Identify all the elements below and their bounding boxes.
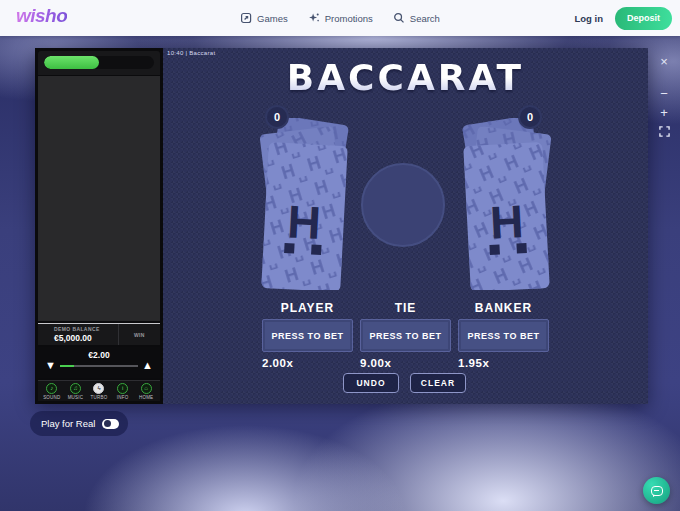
fullscreen-icon[interactable]	[655, 122, 673, 140]
site-logo[interactable]: wisho	[16, 5, 67, 27]
balance-value: €5,000.00	[54, 333, 118, 343]
turbo-icon: ϟ	[93, 383, 104, 394]
nav-item-promotions[interactable]: Promotions	[308, 12, 373, 24]
music-icon: ♫	[70, 383, 81, 394]
info-icon: i	[117, 383, 128, 394]
game-side-panel: DEMO BALANCE €5,000.00 WIN €2.00 ▼ ▲ ♪ S…	[35, 48, 163, 404]
sound-label: SOUND	[43, 395, 60, 400]
play-for-real-toggle[interactable]: Play for Real	[30, 411, 128, 436]
tie-multiplier: 9.00x	[360, 357, 451, 369]
panel-controls: ♪ SOUND ♫ MUSIC ϟ TURBO i INFO ⌂ HOME	[38, 380, 160, 401]
bet-spot-player: PLAYER PRESS TO BET 2.00x	[262, 48, 353, 369]
home-label: HOME	[139, 395, 153, 400]
bet-slider-fill	[60, 365, 74, 367]
chat-bubble-icon	[651, 486, 663, 496]
toggle-switch-icon	[102, 419, 119, 429]
bet-increase-button[interactable]: ▲	[142, 360, 153, 371]
nav-item-label: Search	[410, 13, 440, 24]
search-icon	[393, 12, 405, 24]
info-button[interactable]: i INFO	[113, 383, 133, 400]
bet-label-tie: TIE	[360, 301, 451, 315]
baccarat-table: 10:40 | Baccarat BACCARAT 0 0 H	[163, 48, 648, 404]
nav-account-area: Log in Deposit	[574, 0, 672, 36]
turbo-label: TURBO	[91, 395, 108, 400]
win-label: WIN	[134, 332, 145, 338]
game-window: DEMO BALANCE €5,000.00 WIN €2.00 ▼ ▲ ♪ S…	[35, 48, 648, 404]
nav-item-label: Games	[257, 13, 288, 24]
nav-item-label: Promotions	[325, 13, 373, 24]
nav-item-games[interactable]: Games	[240, 12, 288, 24]
press-to-bet-tie-button[interactable]: PRESS TO BET	[360, 319, 451, 352]
bet-decrease-button[interactable]: ▼	[45, 360, 56, 371]
sound-button[interactable]: ♪ SOUND	[42, 383, 62, 400]
sound-icon: ♪	[46, 383, 57, 394]
panel-display-area	[38, 76, 160, 321]
info-label: INFO	[117, 395, 129, 400]
nav-item-search[interactable]: Search	[393, 12, 440, 24]
music-label: MUSIC	[68, 395, 84, 400]
balance-strip: DEMO BALANCE €5,000.00 WIN	[38, 323, 160, 345]
zoom-out-icon[interactable]: −	[655, 84, 673, 102]
home-icon: ⌂	[141, 383, 152, 394]
login-link[interactable]: Log in	[574, 13, 603, 24]
zoom-in-icon[interactable]: +	[655, 103, 673, 121]
turbo-button[interactable]: ϟ TURBO	[89, 383, 109, 400]
balance-label: DEMO BALANCE	[54, 326, 118, 332]
live-chat-button[interactable]	[643, 477, 670, 504]
meter-fill	[44, 56, 99, 69]
home-button[interactable]: ⌂ HOME	[136, 383, 156, 400]
game-status-bar: 10:40 | Baccarat	[167, 50, 215, 56]
bet-slider[interactable]	[60, 365, 138, 367]
top-nav-bar: wisho Games Promotions	[0, 0, 680, 36]
press-to-bet-player-button[interactable]: PRESS TO BET	[262, 319, 353, 352]
undo-button[interactable]: UNDO	[343, 373, 399, 393]
bet-spot-banker: BANKER PRESS TO BET 1.95x	[458, 48, 549, 369]
play-for-real-label: Play for Real	[41, 418, 95, 429]
bet-label-player: PLAYER	[262, 301, 353, 315]
player-multiplier: 2.00x	[262, 357, 353, 369]
meter-track	[44, 56, 154, 69]
promotions-icon	[308, 12, 320, 24]
bet-spot-tie: TIE PRESS TO BET 9.00x	[360, 48, 451, 369]
clear-button[interactable]: CLEAR	[410, 373, 466, 393]
deposit-button[interactable]: Deposit	[615, 7, 672, 30]
close-game-icon[interactable]: ×	[655, 52, 673, 70]
bet-label-banker: BANKER	[458, 301, 549, 315]
music-button[interactable]: ♫ MUSIC	[65, 383, 85, 400]
press-to-bet-banker-button[interactable]: PRESS TO BET	[458, 319, 549, 352]
games-icon	[240, 12, 252, 24]
main-menu: Games Promotions Search	[240, 0, 440, 36]
progress-meter	[38, 51, 160, 75]
bet-amount-strip: €2.00 ▼ ▲	[38, 347, 160, 378]
banker-multiplier: 1.95x	[458, 357, 549, 369]
